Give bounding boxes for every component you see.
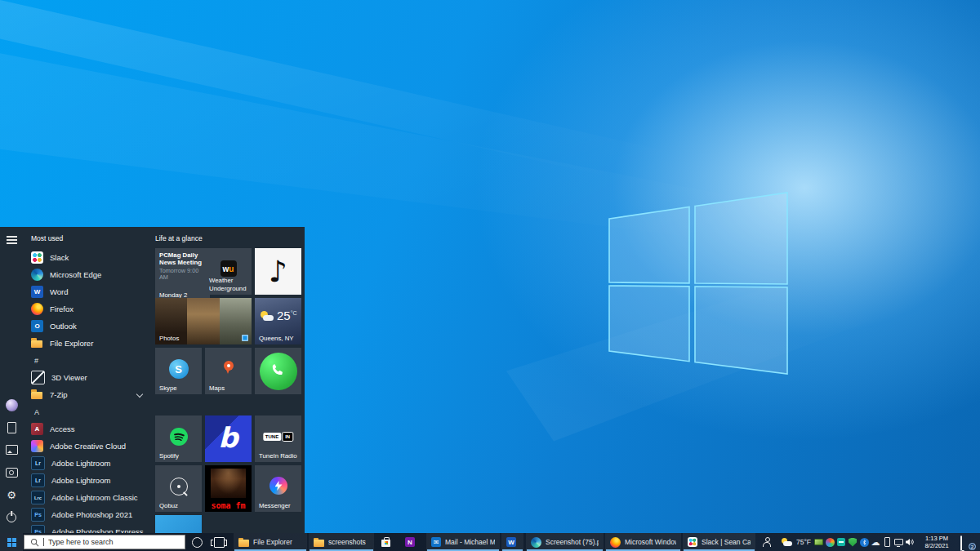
somafm-artwork: [211, 469, 246, 498]
app-section-a[interactable]: A: [23, 403, 152, 420]
tile-somafm[interactable]: soma fm: [205, 465, 252, 512]
tile-spotify[interactable]: Spotify: [155, 415, 202, 462]
app-item-adobe-lightroom[interactable]: Adobe Lightroom: [23, 455, 152, 472]
tile-weather-underground[interactable]: wu Weather Underground: [205, 248, 252, 295]
taskbar-file-explorer[interactable]: File Explorer: [234, 533, 307, 551]
display-tray-icon[interactable]: [893, 533, 903, 551]
settings-button[interactable]: [0, 490, 23, 500]
photoshop-icon: [31, 508, 45, 522]
color-wheel-tray-icon[interactable]: [825, 533, 835, 551]
videos-button[interactable]: [0, 468, 23, 478]
tile-qobuz[interactable]: Qobuz: [155, 465, 202, 512]
map-pin-icon: [224, 361, 234, 371]
app-item-outlook[interactable]: Outlook: [23, 318, 152, 335]
spotify-icon: [170, 428, 188, 446]
taskbar-edge-window[interactable]: Screenshot (75).pn..: [526, 533, 604, 551]
tile-partial[interactable]: [155, 515, 202, 533]
taskbar-microsoft-store[interactable]: [376, 533, 398, 551]
taskbar-weather-widget[interactable]: 75°F: [776, 533, 817, 551]
tile-grid: PCMag Daily News Meeting Tomorrow 9:00 A…: [155, 248, 305, 533]
taskbar-search[interactable]: [24, 535, 185, 549]
firefox-icon: [610, 537, 621, 548]
power-icon: [7, 513, 16, 522]
taskbar-clock[interactable]: 1:13 PM 8/2/2021: [918, 535, 956, 549]
bluetooth-tray-icon[interactable]: [859, 533, 869, 551]
taskbar-mail[interactable]: Mail - Michael Mu..: [426, 533, 500, 551]
windows-logo: [608, 190, 790, 378]
app-item-adobe-lightroom-classic[interactable]: Adobe Lightroom Classic: [23, 489, 152, 506]
volume-tray-icon[interactable]: [905, 533, 915, 551]
weather-underground-logo-icon: wu: [220, 260, 237, 277]
start-button[interactable]: [0, 533, 23, 551]
user-avatar-icon: [6, 399, 18, 411]
usb-device-tray-icon[interactable]: [882, 533, 892, 551]
notification-bubble-icon: [960, 535, 962, 551]
windows-security-tray-icon[interactable]: [848, 533, 858, 551]
pictures-button[interactable]: [0, 445, 23, 455]
app-item-3d-viewer[interactable]: 3D Viewer: [23, 369, 152, 386]
edge-icon: [31, 269, 43, 281]
tile-calendar[interactable]: PCMag Daily News Meeting Tomorrow 9:00 A…: [155, 248, 210, 301]
app-item-7zip[interactable]: 7-Zip: [23, 386, 152, 403]
edge-icon: [531, 537, 541, 548]
taskbar-slack-window[interactable]: Slack | Sean Carrol..: [683, 533, 755, 551]
lightroom-icon: [31, 473, 45, 487]
word-icon: [31, 286, 43, 298]
tile-photos[interactable]: Photos: [155, 298, 252, 344]
app-item-word[interactable]: Word: [23, 283, 152, 300]
tile-groove-music[interactable]: ♪: [255, 248, 301, 295]
clock-time: 1:13 PM: [918, 535, 956, 542]
photoshop-icon: [31, 525, 45, 533]
app-item-adobe-lightroom-2[interactable]: Adobe Lightroom: [23, 472, 152, 489]
tunein-logo-icon: TUNE IN: [263, 432, 293, 442]
documents-button[interactable]: [0, 422, 23, 433]
system-tray: [813, 533, 915, 551]
tile-skype[interactable]: Skype: [155, 348, 202, 394]
tile-tunein[interactable]: TUNE IN TuneIn Radio: [255, 415, 301, 462]
slack-icon: [31, 251, 43, 264]
folder-icon: [31, 389, 43, 401]
photos-app-icon: [242, 335, 248, 341]
app-item-file-explorer[interactable]: File Explorer: [23, 335, 152, 352]
app-section-hash[interactable]: #: [23, 352, 152, 369]
app-item-slack[interactable]: Slack: [23, 249, 152, 266]
pictures-icon: [6, 445, 18, 455]
menu-expand-button[interactable]: [0, 235, 23, 245]
tile-whatsapp[interactable]: [255, 348, 301, 394]
search-icon: [30, 538, 39, 547]
app-item-firefox[interactable]: Firefox: [23, 300, 152, 318]
gpu-utility-tray-icon[interactable]: [813, 533, 823, 551]
hamburger-icon: [7, 236, 17, 238]
firefox-icon: [31, 303, 43, 315]
chevron-down-icon[interactable]: [136, 391, 143, 398]
taskbar-onenote[interactable]: [400, 533, 421, 551]
creative-cloud-icon: [31, 440, 43, 452]
task-view-icon: [214, 537, 225, 548]
app-item-adobe-photoshop-express[interactable]: Adobe Photoshop Express: [23, 523, 152, 533]
notification-badge: 2: [969, 543, 976, 550]
user-account-button[interactable]: [0, 399, 23, 411]
messenger-icon: [270, 477, 287, 495]
start-menu: Most used Slack Microsoft Edge Word Fire…: [0, 227, 305, 533]
taskbar-word[interactable]: [501, 533, 523, 551]
word-icon: [506, 537, 516, 547]
teal-app-tray-icon[interactable]: [836, 533, 846, 551]
power-button[interactable]: [0, 513, 23, 522]
app-item-microsoft-edge[interactable]: Microsoft Edge: [23, 266, 152, 283]
tile-weather[interactable]: 25°C Queens, NY: [255, 298, 301, 344]
tile-bandcamp[interactable]: b: [205, 415, 252, 462]
app-item-adobe-photoshop-2021[interactable]: Adobe Photoshop 2021: [23, 506, 152, 523]
taskbar-screenshots-window[interactable]: screenshots: [309, 533, 374, 551]
cortana-button[interactable]: [188, 533, 206, 551]
task-view-button[interactable]: [209, 533, 229, 551]
tile-maps[interactable]: Maps: [205, 348, 252, 394]
onedrive-tray-icon[interactable]: [871, 533, 880, 551]
app-item-adobe-creative-cloud[interactable]: Adobe Creative Cloud: [23, 438, 152, 455]
tile-messenger[interactable]: Messenger: [255, 465, 301, 512]
taskbar-people-button[interactable]: [757, 533, 775, 551]
search-input[interactable]: [48, 538, 154, 546]
action-center-button[interactable]: 2: [960, 536, 973, 548]
taskbar-firefox-window[interactable]: Microsoft Window..: [605, 533, 681, 551]
clock-date: 8/2/2021: [918, 542, 956, 549]
app-item-access[interactable]: Access: [23, 420, 152, 438]
